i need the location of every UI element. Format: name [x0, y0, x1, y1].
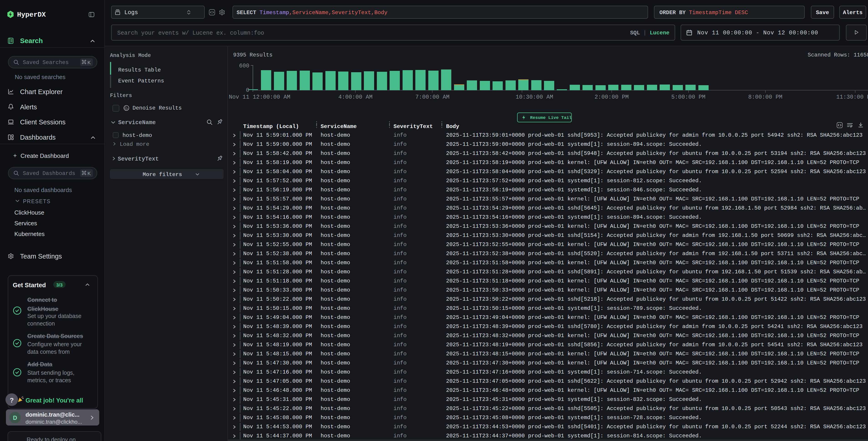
svg-text:5:00:00 PM: 5:00:00 PM [671, 94, 706, 100]
svg-text:0: 0 [246, 87, 249, 94]
svg-text:10:30:00 AM: 10:30:00 AM [516, 94, 553, 100]
svg-text:11:30:00 PM: 11:30:00 PM [836, 94, 868, 100]
svg-text:2:00:00 PM: 2:00:00 PM [594, 94, 629, 100]
svg-text:600: 600 [239, 63, 249, 69]
svg-text:8:00:00 PM: 8:00:00 PM [748, 94, 782, 100]
svg-text:Nov 11 12:00:00 AM: Nov 11 12:00:00 AM [229, 94, 290, 100]
svg-text:7:00:00 AM: 7:00:00 AM [415, 94, 450, 100]
svg-text:4:00:00 AM: 4:00:00 AM [338, 94, 373, 100]
